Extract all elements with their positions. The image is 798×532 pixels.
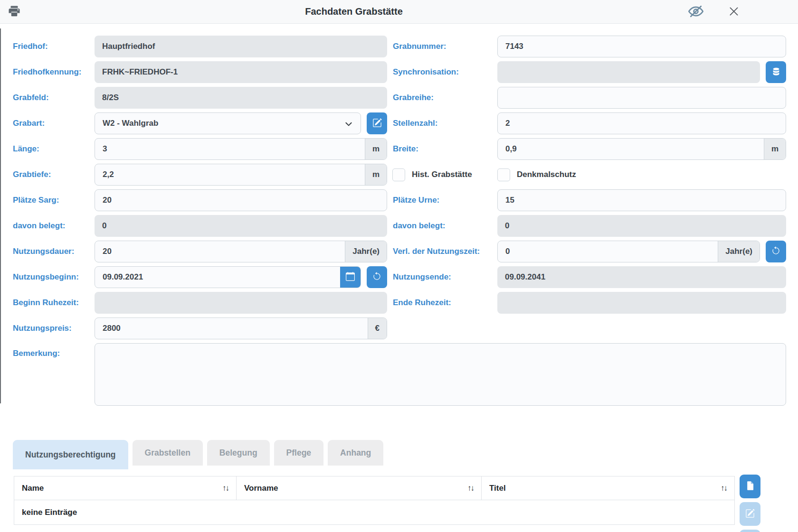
hist-grabstaette-checkbox[interactable] (392, 168, 405, 181)
grabart-selected-value: W2 - Wahlgrab (103, 119, 158, 128)
close-button[interactable] (728, 5, 740, 19)
edit-icon (745, 509, 755, 520)
grabtiefe-input[interactable] (95, 164, 365, 185)
beginn-ruhezeit-label: Beginn Ruhezeit: (13, 298, 95, 308)
grabart-select[interactable]: W2 - Wahlgrab (95, 112, 361, 134)
sort-icon[interactable]: ↑↓ (222, 484, 228, 493)
refresh-icon (372, 272, 381, 282)
plaetze-urne-input[interactable] (498, 190, 786, 211)
nutzungspreis-label: Nutzungspreis: (13, 324, 95, 333)
friedhofkennung-label: Friedhofkennung: (13, 67, 95, 77)
stellenzahl-input[interactable] (498, 113, 786, 134)
toggle-visibility-button[interactable] (688, 3, 704, 21)
delete-entry-button[interactable] (740, 530, 760, 532)
breite-unit-addon: m (764, 139, 786, 159)
denkmalschutz-checkbox[interactable] (497, 168, 510, 181)
page-title: Fachdaten Grabstätte (305, 6, 403, 17)
laenge-input[interactable] (95, 139, 365, 159)
breite-label: Breite: (387, 144, 497, 154)
laenge-unit-addon: m (365, 139, 387, 159)
grabreihe-label: Grabreihe: (387, 93, 497, 103)
row-grabtiefe-checkboxes: Grabtiefe: m Hist. Grabstätte Denkmalsch… (13, 164, 786, 186)
grave-form: Friedhof: Grabnummer: Friedhofkennung: S… (0, 24, 798, 406)
column-header-titel[interactable]: Titel ↑↓ (482, 476, 735, 500)
tab-pflege[interactable]: Pflege (274, 440, 324, 466)
detail-tabs: Nutzungsberechtigung Grabstellen Belegun… (13, 440, 798, 469)
row-nutzungspreis: Nutzungspreis: € (13, 317, 786, 339)
synchronisation-database-button[interactable] (766, 61, 786, 83)
database-icon (771, 66, 781, 78)
davon-belegt-sarg-input (95, 215, 387, 237)
grabart-label: Grabart: (13, 119, 95, 128)
nutzungsbeginn-calendar-button[interactable] (340, 266, 361, 288)
bemerkung-label: Bemerkung: (13, 349, 95, 358)
sort-icon[interactable]: ↑↓ (467, 484, 474, 493)
davon-belegt-sarg-label: davon belegt: (13, 221, 95, 231)
davon-belegt-urne-label: davon belegt: (387, 221, 497, 231)
edit-icon (372, 118, 382, 129)
print-button[interactable] (6, 4, 22, 20)
row-friedhofkennung-synchronisation: Friedhofkennung: Synchronisation: (13, 61, 786, 83)
row-grabart-stellenzahl: Grabart: W2 - Wahlgrab Stellenzahl: (13, 112, 786, 134)
table-empty-row: keine Einträge (14, 500, 735, 525)
add-entry-button[interactable] (740, 475, 760, 498)
grabnummer-label: Grabnummer: (387, 42, 497, 51)
row-nutzungsdauer-verlaengerung: Nutzungsdauer: Jahr(e) Verl. der Nutzung… (13, 241, 786, 262)
row-friedhof-grabnummer: Friedhof: Grabnummer: (13, 36, 786, 57)
calendar-icon (346, 272, 355, 282)
friedhof-label: Friedhof: (13, 42, 95, 51)
plaetze-sarg-label: Plätze Sarg: (13, 196, 95, 205)
hist-grabstaette-label: Hist. Grabstätte (412, 170, 472, 179)
verl-nutzungszeit-unit-addon: Jahr(e) (718, 241, 760, 262)
nutzungsdauer-label: Nutzungsdauer: (13, 247, 95, 256)
nutzungsende-input (497, 266, 786, 288)
empty-message: keine Einträge (14, 500, 735, 525)
column-header-vorname[interactable]: Vorname ↑↓ (237, 476, 482, 500)
nutzungspreis-input[interactable] (95, 318, 368, 339)
grabfeld-label: Grabfeld: (13, 93, 95, 103)
synchronisation-label: Synchronisation: (387, 67, 497, 77)
window-edge (0, 28, 1, 403)
chevron-down-icon (344, 120, 353, 131)
tab-grabstellen[interactable]: Grabstellen (133, 440, 203, 466)
berechtigte-table: Name ↑↓ Vorname ↑↓ Titel ↑↓ (14, 476, 735, 525)
tab-belegung[interactable]: Belegung (207, 440, 270, 466)
grabnummer-input[interactable] (498, 36, 786, 57)
column-header-name[interactable]: Name ↑↓ (14, 476, 237, 500)
new-document-icon (745, 481, 755, 492)
nutzungsberechtigung-panel: Name ↑↓ Vorname ↑↓ Titel ↑↓ (0, 469, 798, 532)
plaetze-sarg-input[interactable] (95, 190, 387, 211)
tab-nutzungsberechtigung[interactable]: Nutzungsberechtigung (13, 440, 128, 469)
verl-nutzungszeit-input[interactable] (498, 241, 718, 262)
sort-icon[interactable]: ↑↓ (721, 484, 727, 493)
nutzungsbeginn-input[interactable] (95, 267, 340, 288)
beginn-ruhezeit-input (95, 292, 387, 314)
close-icon (728, 5, 740, 19)
row-davon-belegt: davon belegt: davon belegt: (13, 215, 786, 237)
nutzungsdauer-unit-addon: Jahr(e) (345, 241, 387, 262)
verl-nutzungszeit-refresh-button[interactable] (766, 241, 786, 262)
davon-belegt-urne-input (497, 215, 786, 237)
friedhofkennung-input (95, 61, 387, 83)
nutzungsbeginn-refresh-button[interactable] (367, 266, 387, 288)
denkmalschutz-label: Denkmalschutz (517, 170, 576, 179)
bemerkung-textarea[interactable] (95, 343, 786, 406)
grabfeld-input (95, 87, 387, 109)
stellenzahl-label: Stellenzahl: (387, 119, 497, 128)
ende-ruhezeit-label: Ende Ruhezeit: (387, 298, 497, 308)
table-header-row: Name ↑↓ Vorname ↑↓ Titel ↑↓ (14, 476, 735, 500)
row-bemerkung: Bemerkung: (13, 343, 786, 406)
ende-ruhezeit-input (497, 292, 786, 314)
plaetze-urne-label: Plätze Urne: (387, 196, 497, 205)
printer-icon (7, 4, 21, 19)
grabtiefe-unit-addon: m (365, 164, 387, 185)
breite-input[interactable] (498, 139, 764, 159)
nutzungsdauer-input[interactable] (95, 241, 345, 262)
laenge-label: Länge: (13, 144, 95, 154)
row-laenge-breite: Länge: m Breite: m (13, 138, 786, 160)
edit-entry-button[interactable] (740, 502, 760, 526)
tab-anhang[interactable]: Anhang (328, 440, 383, 466)
row-ruhezeit: Beginn Ruhezeit: Ende Ruhezeit: (13, 292, 786, 314)
grabart-edit-button[interactable] (367, 112, 387, 134)
grabreihe-input[interactable] (498, 87, 786, 108)
